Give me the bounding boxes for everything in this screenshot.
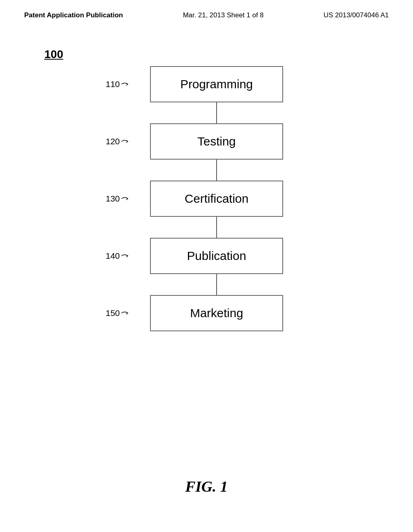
step-110-number: 110 <box>106 79 120 89</box>
step-110-arrow-icon <box>121 81 129 87</box>
page: Patent Application Publication Mar. 21, … <box>0 0 413 532</box>
step-120-label: Testing <box>197 135 236 148</box>
step-110-label: Programming <box>180 77 253 91</box>
header-publication-label: Patent Application Publication <box>24 11 123 19</box>
step-130-arrow-icon <box>121 195 129 202</box>
step-150-label: Marketing <box>190 306 243 320</box>
step-110-box: Programming <box>150 66 283 102</box>
step-130-box: Certification <box>150 181 283 217</box>
connector-4 <box>216 274 217 295</box>
connector-3 <box>216 217 217 238</box>
header-date-sheet: Mar. 21, 2013 Sheet 1 of 8 <box>183 11 263 19</box>
connector-2 <box>216 160 217 181</box>
diagram-label: 100 <box>44 48 63 61</box>
step-130-number: 130 <box>106 194 120 204</box>
step-110-indicator: 110 <box>106 79 129 89</box>
step-140-box: Publication <box>150 238 283 274</box>
step-120-box: Testing <box>150 123 283 160</box>
step-130-label: Certification <box>185 192 248 206</box>
step-110-row: 110 Programming <box>106 66 307 102</box>
step-130-row: 130 Certification <box>106 181 307 217</box>
step-120-row: 120 Testing <box>106 123 307 160</box>
flow-diagram: 110 Programming 120 <box>106 66 307 331</box>
connector-1 <box>216 102 217 123</box>
step-140-indicator: 140 <box>106 251 129 261</box>
header-patent-number: US 2013/0074046 A1 <box>323 11 389 19</box>
step-140-label: Publication <box>187 249 246 263</box>
step-150-box: Marketing <box>150 295 283 331</box>
page-header: Patent Application Publication Mar. 21, … <box>0 0 413 26</box>
step-150-row: 150 Marketing <box>106 295 307 331</box>
step-150-number: 150 <box>106 308 120 318</box>
step-140-row: 140 Publication <box>106 238 307 274</box>
step-120-indicator: 120 <box>106 137 129 146</box>
step-140-arrow-icon <box>121 253 129 259</box>
step-150-indicator: 150 <box>106 308 129 318</box>
step-150-arrow-icon <box>121 310 129 316</box>
step-130-indicator: 130 <box>106 194 129 204</box>
step-140-number: 140 <box>106 251 120 261</box>
figure-caption: FIG. 1 <box>185 478 228 495</box>
step-120-arrow-icon <box>121 138 129 145</box>
step-120-number: 120 <box>106 137 120 146</box>
